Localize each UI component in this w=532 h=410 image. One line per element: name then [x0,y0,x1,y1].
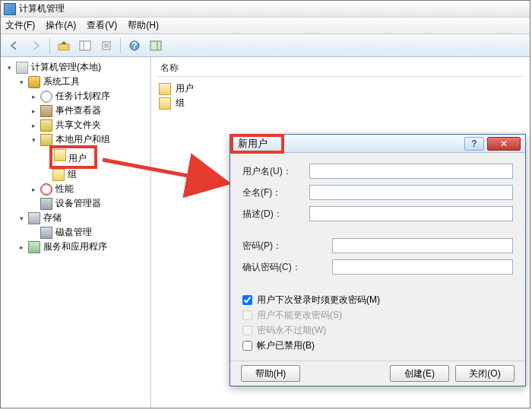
help-button[interactable]: ? [125,37,144,55]
cannot-change-password-checkbox: 用户不能更改密码(S) [242,309,513,322]
password-input[interactable] [332,238,513,253]
list-items: 用户 组 [157,77,524,110]
tree-label: 计算机管理(本地) [31,61,101,74]
checkbox-input[interactable] [242,341,252,351]
tree-event-viewer[interactable]: ▸事件查看器 [28,103,149,118]
expand-icon[interactable]: ▸ [30,122,37,129]
tree-label: 本地用户和组 [55,133,110,146]
list-item-label: 组 [176,97,185,110]
tree-root[interactable]: ▾计算机管理(本地) [4,60,149,75]
tree-label: 服务和应用程序 [43,240,107,253]
dialog-window-buttons: ? ✕ [464,137,521,151]
tree-label: 存储 [43,211,62,224]
back-button[interactable] [5,37,24,55]
computer-icon [16,62,28,74]
list-item-label: 用户 [176,82,194,95]
tree-device-manager[interactable]: 设备管理器 [28,196,149,211]
expand-icon[interactable]: ▸ [30,186,37,193]
dialog-help-button[interactable]: ? [464,137,484,151]
expand-icon[interactable]: ▸ [17,243,25,251]
menu-file[interactable]: 文件(F) [5,19,35,32]
svg-text:?: ? [131,40,137,51]
account-disabled-checkbox[interactable]: 帐户已禁用(B) [242,339,513,352]
show-hide-tree-button[interactable] [76,37,94,55]
folder-icon [159,97,171,110]
dialog-close-button[interactable]: ✕ [487,137,521,151]
highlight-annotation: 新用户 [230,134,284,154]
confirm-password-label: 确认密码(C)： [242,261,332,274]
menu-view[interactable]: 查看(V) [87,19,117,32]
separator [120,38,121,53]
confirm-password-input[interactable] [332,259,513,275]
action-pane-button[interactable] [147,37,165,55]
collapse-icon[interactable]: ▾ [30,136,37,144]
tree-label: 任务计划程序 [55,90,110,103]
event-icon [40,105,52,117]
collapse-icon[interactable]: ▾ [17,215,25,222]
expand-icon[interactable]: ▸ [30,107,37,115]
app-icon [4,3,16,15]
expand-icon[interactable]: ▸ [30,93,37,100]
tree-label: 设备管理器 [55,197,101,210]
export-button[interactable] [97,37,116,55]
window-title: 计算机管理 [19,2,65,15]
separator [49,38,50,53]
tree-groups[interactable]: 组 [40,167,149,182]
password-never-expires-checkbox: 密码永不过期(W) [242,324,513,337]
tree: ▾计算机管理(本地) ▾系统工具 ▸任务计划程序 ▸事件查看器 ▸共享文件夹 ▾… [2,60,149,254]
close-icon: ✕ [500,138,508,149]
tree-shared-folders[interactable]: ▸共享文件夹 [28,118,149,132]
dialog-titlebar[interactable]: 新用户 ? ✕ [230,135,525,153]
collapse-icon[interactable]: ▾ [17,78,25,86]
tree-task-scheduler[interactable]: ▸任务计划程序 [28,89,149,103]
checkbox-input[interactable] [242,295,252,305]
must-change-password-checkbox[interactable]: 用户下次登录时须更改密码(M) [242,294,513,307]
description-input[interactable] [309,206,513,221]
username-label: 用户名(U)： [242,165,309,178]
button-label: 创建(E) [404,367,435,380]
svg-rect-0 [59,44,69,50]
tree-label: 事件查看器 [55,104,101,117]
menubar: 文件(F) 操作(A) 查看(V) 帮助(H) [1,17,530,34]
description-label: 描述(D)： [242,208,309,221]
storage-icon [28,212,40,224]
password-label: 密码(P)： [242,240,332,253]
tree-users[interactable]: 用户 [40,147,149,167]
tree-performance[interactable]: ▸性能 [28,182,149,196]
tree-disk-management[interactable]: 磁盘管理 [28,225,149,240]
checkbox-label: 用户下次登录时须更改密码(M) [257,294,380,307]
checkbox-label: 帐户已禁用(B) [257,339,315,352]
close-button[interactable]: 关闭(O) [455,365,515,382]
device-icon [40,198,52,210]
checkbox-input [242,326,252,335]
users-groups-icon [40,134,52,146]
dialog-title: 新用户 [238,137,268,151]
menu-help[interactable]: 帮助(H) [128,19,159,32]
services-icon [28,241,40,253]
tree-storage[interactable]: ▾存储 [16,211,149,225]
menu-action[interactable]: 操作(A) [46,19,76,32]
dialog-footer: 帮助(H) 创建(E) 关闭(O) [230,361,525,386]
tree-system-tools[interactable]: ▾系统工具 [16,75,149,89]
svg-rect-6 [150,41,161,50]
up-button[interactable] [55,37,73,55]
checkbox-label: 用户不能更改密码(S) [257,309,342,322]
create-button[interactable]: 创建(E) [390,365,449,382]
fullname-label: 全名(F)： [242,186,309,199]
disk-icon [40,227,52,239]
list-header-name[interactable]: 名称 [157,60,524,77]
tree-services-apps[interactable]: ▸服务和应用程序 [16,240,149,254]
titlebar: 计算机管理 [1,1,530,17]
list-item[interactable]: 用户 [157,81,524,96]
performance-icon [40,183,52,195]
new-user-dialog: 新用户 ? ✕ 用户名(U)： 全名(F)： 描述(D)： 密码(P)： 确认密… [230,134,526,386]
help-button[interactable]: 帮助(H) [241,365,300,382]
username-input[interactable] [309,164,513,179]
fullname-input[interactable] [309,185,513,200]
collapse-icon[interactable]: ▾ [5,64,13,72]
list-item[interactable]: 组 [157,96,524,110]
checkbox-label: 密码永不过期(W) [257,324,326,337]
forward-button[interactable] [27,37,45,55]
scheduler-icon [40,91,52,103]
share-icon [40,119,52,132]
